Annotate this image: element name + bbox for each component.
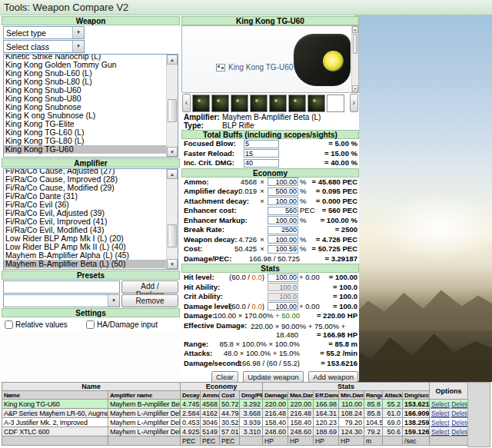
inc-crit-dmg-input[interactable] [244,159,279,168]
amplifier-list-scrollbar[interactable]: ▲ ▼ [166,169,178,269]
hit-level-input[interactable] [268,274,298,282]
amplifier-list-item[interactable]: Low Rider BLP Amp Mk I (L) (20) [4,234,166,243]
select-link[interactable]: Select [431,410,450,417]
weapon-list-item[interactable]: King Kong TG-U60 [4,145,166,154]
amp-slot[interactable] [308,95,325,112]
amp-slot[interactable] [288,95,306,112]
attacks-row: Attacks: 48.0 × 100.0% + 15.0% = 55.2 /m… [181,349,359,359]
amplifier-list-item[interactable]: Fi/Ra/Co Evil, Modified (43) [4,226,166,234]
amplifier-list-item[interactable]: Low Rider BLP Amp Mk II (L) (40) [4,243,166,251]
chevron-down-icon: ▼ [108,295,119,307]
prev-amp-button[interactable]: ‹ [182,94,191,112]
ammo-result: = 45.680 PEC [312,178,357,187]
col-dmg-sec: Dmg/sec [403,391,430,400]
scroll-down-icon[interactable]: ▼ [167,259,178,269]
amplifier-list-item[interactable]: Fi/Ra/Co Evil (36) [4,201,166,209]
enhancer-cost-input[interactable] [268,207,298,215]
amp-slot[interactable] [192,95,210,112]
delete-link[interactable]: Delete [451,410,467,417]
damage-second-result: = 153.6216 [321,359,357,369]
preset-select[interactable]: ▼ [3,294,120,307]
clear-button[interactable]: Clear [211,371,238,383]
amplifier-list-item[interactable]: Fi/Ra/Co Cause, Adjusted (27) [4,168,166,175]
amp-slot[interactable] [327,95,344,112]
select-link[interactable]: Select [431,419,450,426]
scroll-up-icon[interactable]: ▲ [167,55,178,65]
scroll-up-icon[interactable]: ▲ [167,169,178,179]
faster-reload-input[interactable] [244,149,279,158]
hit-level-result: = 100.00 [329,273,357,283]
focused-blow-row: Focused Blow: = 5.00 % [181,139,359,149]
amplifier-list-item[interactable]: Fi/Ra/Co Cause, Improved (28) [4,175,166,184]
enhancer-cost-result: = 560 PEC [322,206,357,216]
delete-link[interactable]: Delete [451,400,467,408]
preset-name-input[interactable] [3,280,120,294]
select-link[interactable]: Select [431,400,450,408]
add-weapon-button[interactable]: Add weapon [308,371,358,383]
amp-slot[interactable] [211,95,229,112]
scroll-down-icon[interactable]: ▼ [352,85,358,92]
weapon-list-item[interactable]: King K ong Snubnose (L) [4,111,166,120]
weapon-list-item[interactable]: Kinetic Strike Nanochip (L) [4,54,166,61]
amplifier-list-item[interactable]: Fi/Ra/Co Evil, Improved (41) [4,217,166,226]
weapon-decay-markup-input[interactable] [268,235,298,244]
amplifier-list-item[interactable]: Mayhem B-Amplifier Beta (L) (50) [4,260,166,268]
add-replace-button[interactable]: Add / Replace [121,280,178,294]
weapon-list-scrollbar[interactable]: ▲ ▼ [166,55,178,157]
table-row[interactable]: CDF XTLC 600 Mayhem L-Amplifier Delta (L… [2,427,468,436]
ammo-markup-input[interactable] [268,178,298,186]
weapon-list-item[interactable]: King Kong TG-L80 (L) [4,137,166,145]
weapon-list-item[interactable]: King Kong Snub-L60 (L) [4,69,166,78]
amplifier-list-item[interactable]: Fi/Ra/Co Evil, Adjusted (39) [4,209,166,217]
weapon-image [294,34,351,86]
amp-slot[interactable] [250,95,268,112]
ha-damage-label: HA/Damage input [97,320,158,329]
table-right-filler [467,382,490,447]
amplifier-list-item[interactable]: Fi/Ra/Co Cause, Modified (29) [4,184,166,192]
weapon-image-glow [323,51,344,71]
image-scrollbar[interactable]: ▲ ▼ [351,26,358,92]
col-cost: Cost [220,391,240,400]
next-amp-button[interactable]: › [350,94,358,112]
scroll-up-icon[interactable]: ▲ [352,26,358,33]
weapon-list-item[interactable]: King Kong Snubnose [4,103,166,111]
range-result: = 85.8 m [328,340,357,350]
amp-slot[interactable] [231,95,248,112]
table-row[interactable]: King Kong TG-U60 Mayhem B-Amplifier Beta… [2,400,468,409]
weapon-list-item[interactable]: King Kong Snub-U60 [4,86,166,95]
presets-section-header: Presets [2,270,180,280]
break-rate-input[interactable] [268,226,298,234]
amplifier-listbox: Fi/Ra/Co Cause, Adjusted (27)Fi/Ra/Co Ca… [3,168,178,270]
group-header-options: Options [430,383,468,400]
focused-blow-input[interactable] [244,140,279,148]
damage-level-input[interactable] [268,302,298,310]
scrollbar-thumb[interactable] [168,99,177,122]
attachment-decay-markup-input[interactable] [268,197,298,205]
weapon-list-item[interactable]: King Kong Snub-U80 [4,95,166,103]
amplifier-list-item[interactable]: Mayhem B-Amplifier Alpha (L) (45) [4,251,166,260]
weapon-list-item[interactable]: King Kong TG-Elite [4,120,166,128]
weapon-class-select[interactable]: Select class ▼ [3,40,85,53]
amp-slot[interactable] [269,95,287,112]
weapon-list-item[interactable]: King Kong Snub-L80 (L) [4,78,166,86]
col-ammo: Ammo [201,391,220,400]
update-weapon-button[interactable]: Update weapon [243,371,304,383]
weapon-type-select[interactable]: Select type ▼ [3,26,85,39]
amplifier-decay-markup-input[interactable] [268,187,298,196]
table-row[interactable]: A&P Series Mayhem LR-60, Augmented Mayhe… [2,409,468,418]
amplifier-list-item[interactable]: Fi/Ra/Co Dante (31) [4,192,166,201]
scroll-down-icon[interactable]: ▼ [167,147,178,157]
cost-markup-input[interactable] [268,245,298,254]
relative-values-checkbox[interactable] [5,320,13,329]
ha-damage-checkbox[interactable] [86,320,95,329]
enhancer-markup-input[interactable] [268,216,298,224]
delete-link[interactable]: Delete [451,419,467,426]
weapon-list-item[interactable]: King Kong Golden Tommy Gun [4,61,166,69]
table-row[interactable]: A-3 Justifier Mk. 2, Improved Mayhem L-A… [2,418,468,427]
select-link[interactable]: Select [431,428,450,436]
scrollbar-thumb[interactable] [353,34,357,54]
scrollbar-thumb[interactable] [168,224,177,247]
delete-link[interactable]: Delete [451,428,467,436]
weapon-list-item[interactable]: King Kong TG-L60 (L) [4,128,166,137]
remove-button[interactable]: Remove [121,294,178,307]
